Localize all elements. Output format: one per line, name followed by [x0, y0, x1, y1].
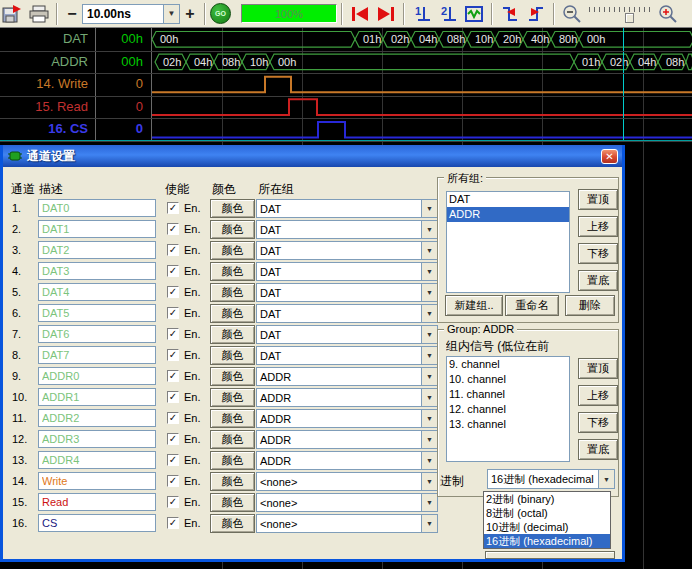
channel-desc-input[interactable]: [38, 325, 156, 343]
chevron-down-icon[interactable]: ▼: [421, 431, 437, 448]
cursor-1-button[interactable]: 1: [409, 2, 435, 26]
dialog-titlebar[interactable]: 通道设置 ✕: [3, 145, 622, 167]
move-up-button[interactable]: 上移: [578, 216, 618, 237]
list-item[interactable]: 13. channel: [447, 417, 569, 432]
chevron-down-icon[interactable]: ▼: [421, 515, 437, 532]
time-cursor[interactable]: [623, 28, 624, 141]
prev-edge-button[interactable]: [497, 2, 523, 26]
color-button[interactable]: 颜色: [210, 325, 255, 344]
color-button[interactable]: 颜色: [210, 388, 255, 407]
enable-checkbox[interactable]: ✓: [167, 496, 179, 508]
channel-desc-input[interactable]: [38, 367, 156, 385]
enable-checkbox[interactable]: ✓: [167, 475, 179, 487]
radix-option[interactable]: 10进制 (decimal): [484, 520, 610, 534]
color-button[interactable]: 颜色: [210, 367, 255, 386]
enable-checkbox[interactable]: ✓: [167, 244, 179, 256]
list-item[interactable]: 9. channel: [447, 357, 569, 372]
move-bottom-button[interactable]: 置底: [578, 270, 618, 291]
list-item[interactable]: 12. channel: [447, 402, 569, 417]
color-button[interactable]: 颜色: [210, 430, 255, 449]
color-button[interactable]: 颜色: [210, 451, 255, 470]
list-item[interactable]: 10. channel: [447, 372, 569, 387]
color-button[interactable]: 颜色: [210, 493, 255, 512]
group-select[interactable]: DAT▼: [256, 304, 438, 323]
channel-desc-input[interactable]: [38, 199, 156, 217]
color-button[interactable]: 颜色: [210, 346, 255, 365]
group-select[interactable]: <none>▼: [256, 493, 438, 512]
new-group-button[interactable]: 新建组..: [445, 295, 503, 316]
move-top-button[interactable]: 置顶: [578, 189, 618, 210]
enable-checkbox[interactable]: ✓: [167, 391, 179, 403]
goto-end-button[interactable]: [373, 2, 399, 26]
group-select[interactable]: ADDR▼: [256, 451, 438, 470]
enable-checkbox[interactable]: ✓: [167, 286, 179, 298]
radix-dropdown-list[interactable]: 2进制 (binary)8进制 (octal)10进制 (decimal)16进…: [483, 491, 611, 549]
list-item[interactable]: DAT: [447, 192, 569, 207]
chevron-down-icon[interactable]: ▼: [421, 347, 437, 364]
timebase-combobox[interactable]: 10.00ns ▼: [82, 4, 180, 24]
group-select[interactable]: ADDR▼: [256, 388, 438, 407]
goto-start-button[interactable]: [347, 2, 373, 26]
group-select[interactable]: <none>▼: [256, 472, 438, 491]
channel-desc-input[interactable]: [38, 241, 156, 259]
zoom-out-button[interactable]: [559, 2, 585, 26]
chevron-down-icon[interactable]: ▼: [421, 284, 437, 301]
enable-checkbox[interactable]: ✓: [167, 328, 179, 340]
move-top-button[interactable]: 置顶: [578, 358, 618, 379]
color-button[interactable]: 颜色: [210, 241, 255, 260]
enable-checkbox[interactable]: ✓: [167, 307, 179, 319]
all-groups-list[interactable]: DATADDR: [446, 191, 570, 293]
channel-desc-input[interactable]: [38, 514, 156, 532]
chevron-down-icon[interactable]: ▼: [598, 470, 614, 488]
delete-group-button[interactable]: 删除: [565, 295, 615, 316]
channel-desc-input[interactable]: [38, 430, 156, 448]
group-select[interactable]: <none>▼: [256, 514, 438, 533]
channel-desc-input[interactable]: [38, 262, 156, 280]
color-button[interactable]: 颜色: [210, 514, 255, 533]
move-up-button[interactable]: 上移: [578, 385, 618, 406]
channel-desc-input[interactable]: [38, 220, 156, 238]
group-select[interactable]: DAT▼: [256, 283, 438, 302]
radix-option[interactable]: 16进制 (hexadecimal): [484, 534, 610, 548]
color-button[interactable]: 颜色: [210, 409, 255, 428]
color-button[interactable]: 颜色: [210, 472, 255, 491]
radix-option[interactable]: 2进制 (binary): [484, 492, 610, 506]
enable-checkbox[interactable]: ✓: [167, 517, 179, 529]
list-item[interactable]: ADDR: [447, 207, 569, 222]
channel-desc-input[interactable]: [38, 346, 156, 364]
timebase-decrease-button[interactable]: −: [62, 4, 82, 24]
close-button[interactable]: ✕: [601, 149, 618, 164]
export-button[interactable]: [0, 2, 26, 26]
group-select[interactable]: DAT▼: [256, 199, 438, 218]
group-select[interactable]: ADDR▼: [256, 409, 438, 428]
zoom-slider[interactable]: [589, 4, 651, 24]
go-button[interactable]: GO: [210, 3, 231, 24]
enable-checkbox[interactable]: ✓: [167, 454, 179, 466]
enable-checkbox[interactable]: ✓: [167, 433, 179, 445]
move-bottom-button[interactable]: 置底: [578, 439, 618, 460]
chevron-down-icon[interactable]: ▼: [421, 368, 437, 385]
move-down-button[interactable]: 下移: [578, 243, 618, 264]
channel-desc-input[interactable]: [38, 388, 156, 406]
chevron-down-icon[interactable]: ▼: [421, 305, 437, 322]
zoom-in-button[interactable]: [655, 2, 681, 26]
print-button[interactable]: [26, 2, 52, 26]
chevron-down-icon[interactable]: ▼: [421, 473, 437, 490]
group-select[interactable]: DAT▼: [256, 262, 438, 281]
ok-button-partial[interactable]: [485, 551, 615, 559]
next-edge-button[interactable]: [523, 2, 549, 26]
timebase-increase-button[interactable]: +: [180, 4, 200, 24]
color-button[interactable]: 颜色: [210, 283, 255, 302]
rename-group-button[interactable]: 重命名: [505, 295, 559, 316]
enable-checkbox[interactable]: ✓: [167, 265, 179, 277]
channel-desc-input[interactable]: [38, 283, 156, 301]
chevron-down-icon[interactable]: ▼: [421, 410, 437, 427]
color-button[interactable]: 颜色: [210, 262, 255, 281]
group-select[interactable]: ADDR▼: [256, 430, 438, 449]
chevron-down-icon[interactable]: ▼: [421, 221, 437, 238]
group-select[interactable]: DAT▼: [256, 241, 438, 260]
enable-checkbox[interactable]: ✓: [167, 202, 179, 214]
fit-all-button[interactable]: [461, 2, 487, 26]
channel-desc-input[interactable]: [38, 472, 156, 490]
move-down-button[interactable]: 下移: [578, 412, 618, 433]
